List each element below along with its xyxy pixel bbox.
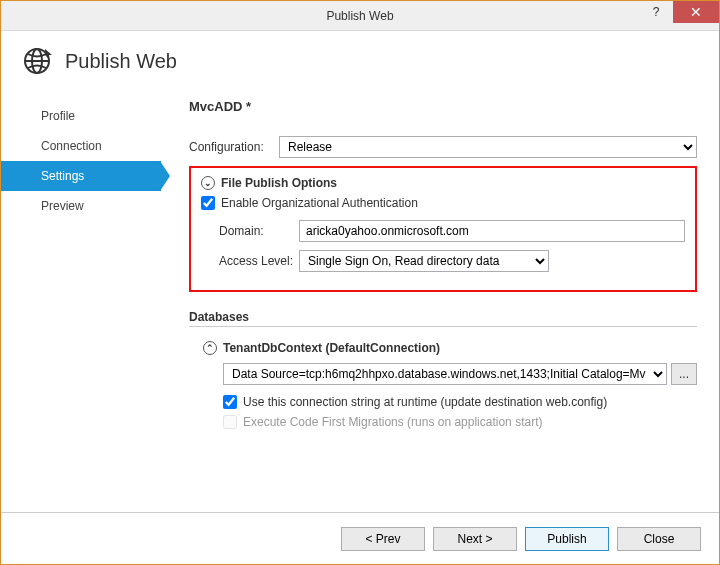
close-button[interactable]: Close: [617, 527, 701, 551]
configuration-select[interactable]: Release: [279, 136, 697, 158]
domain-label: Domain:: [219, 224, 299, 238]
configuration-label: Configuration:: [189, 140, 279, 154]
use-conn-runtime-label: Use this connection string at runtime (u…: [243, 395, 607, 409]
publish-web-dialog: Publish Web ? ✕ Publish Web Profile Conn…: [0, 0, 720, 565]
file-publish-options-title: File Publish Options: [221, 176, 337, 190]
sidebar: Profile Connection Settings Preview: [1, 95, 161, 512]
help-button[interactable]: ?: [639, 1, 673, 23]
tenantdbcontext-title: TenantDbContext (DefaultConnection): [223, 341, 440, 355]
globe-icon: [21, 45, 53, 77]
sidebar-item-label: Settings: [41, 169, 84, 183]
connection-string-row: Data Source=tcp:h6mq2hhpxo.database.wind…: [223, 363, 697, 385]
dialog-header: Publish Web: [1, 31, 719, 95]
database-context-block: ⌃ TenantDbContext (DefaultConnection) Da…: [189, 341, 697, 429]
close-window-button[interactable]: ✕: [673, 1, 719, 23]
file-publish-options-header[interactable]: ⌄ File Publish Options: [201, 176, 685, 190]
main-panel: MvcADD * Configuration: Release ⌄ File P…: [161, 95, 707, 512]
sidebar-item-profile[interactable]: Profile: [1, 101, 161, 131]
chevron-up-icon: ⌃: [203, 341, 217, 355]
tenantdbcontext-header[interactable]: ⌃ TenantDbContext (DefaultConnection): [203, 341, 697, 355]
access-level-row: Access Level: Single Sign On, Read direc…: [201, 250, 685, 272]
access-level-select[interactable]: Single Sign On, Read directory data: [299, 250, 549, 272]
connection-string-browse-button[interactable]: ...: [671, 363, 697, 385]
sidebar-item-connection[interactable]: Connection: [1, 131, 161, 161]
enable-org-auth-row: Enable Organizational Authentication: [201, 196, 685, 210]
next-button[interactable]: Next >: [433, 527, 517, 551]
databases-header: Databases: [189, 310, 697, 327]
dialog-body: Profile Connection Settings Preview MvcA…: [1, 95, 719, 512]
exec-migrations-checkbox: [223, 415, 237, 429]
use-conn-runtime-checkbox[interactable]: [223, 395, 237, 409]
enable-org-auth-checkbox[interactable]: [201, 196, 215, 210]
dialog-title: Publish Web: [65, 50, 177, 73]
enable-org-auth-label: Enable Organizational Authentication: [221, 196, 418, 210]
domain-input[interactable]: [299, 220, 685, 242]
exec-migrations-label: Execute Code First Migrations (runs on a…: [243, 415, 542, 429]
access-level-label: Access Level:: [219, 254, 299, 268]
project-title: MvcADD *: [189, 99, 697, 114]
dialog-footer: < Prev Next > Publish Close: [1, 512, 719, 564]
window-controls: ? ✕: [639, 1, 719, 23]
exec-migrations-row: Execute Code First Migrations (runs on a…: [223, 415, 697, 429]
connection-string-select[interactable]: Data Source=tcp:h6mq2hhpxo.database.wind…: [223, 363, 667, 385]
domain-row: Domain:: [201, 220, 685, 242]
file-publish-options-highlight: ⌄ File Publish Options Enable Organizati…: [189, 166, 697, 292]
configuration-row: Configuration: Release: [189, 136, 697, 158]
use-conn-runtime-row: Use this connection string at runtime (u…: [223, 395, 697, 409]
sidebar-item-label: Preview: [41, 199, 84, 213]
prev-button[interactable]: < Prev: [341, 527, 425, 551]
sidebar-item-label: Profile: [41, 109, 75, 123]
publish-button[interactable]: Publish: [525, 527, 609, 551]
sidebar-item-label: Connection: [41, 139, 102, 153]
sidebar-item-settings[interactable]: Settings: [1, 161, 161, 191]
window-title: Publish Web: [1, 9, 719, 23]
chevron-down-icon: ⌄: [201, 176, 215, 190]
titlebar: Publish Web ? ✕: [1, 1, 719, 31]
sidebar-item-preview[interactable]: Preview: [1, 191, 161, 221]
